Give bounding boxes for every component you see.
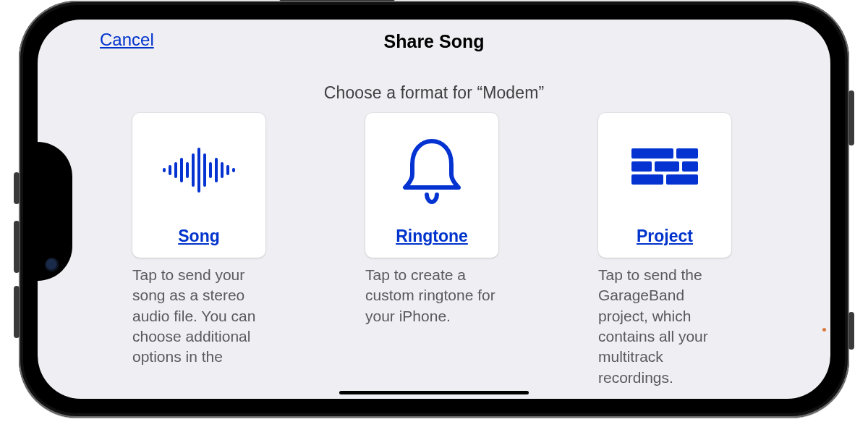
ringtone-label: Ringtone — [396, 227, 468, 246]
ringtone-card[interactable]: Ringtone — [365, 113, 498, 258]
volume-button — [14, 286, 20, 338]
project-label: Project — [637, 227, 693, 246]
waveform-icon — [156, 113, 242, 227]
project-card[interactable]: Project — [598, 113, 731, 258]
phone-frame: Cancel Share Song Choose a format for “M… — [19, 1, 849, 418]
svg-rect-19 — [666, 174, 698, 185]
device-mockup: Cancel Share Song Choose a format for “M… — [0, 0, 868, 435]
svg-rect-17 — [682, 161, 698, 172]
screen: Cancel Share Song Choose a format for “M… — [38, 20, 830, 399]
side-button — [848, 90, 854, 145]
svg-rect-18 — [631, 174, 663, 185]
song-label: Song — [178, 227, 220, 246]
option-project: Project Tap to send the GarageBand proje… — [598, 113, 736, 388]
subtitle: Choose a format for “Modem” — [38, 83, 830, 103]
volume-button — [14, 221, 20, 273]
format-options-row: Song Tap to send your song as a stereo a… — [38, 113, 830, 388]
cancel-button[interactable]: Cancel — [100, 30, 154, 50]
option-ringtone: Ringtone Tap to create a custom ringtone… — [365, 113, 503, 388]
project-description: Tap to send the GarageBand project, whic… — [598, 265, 736, 388]
top-button — [279, 0, 395, 1]
nav-bar: Cancel Share Song — [38, 20, 830, 63]
privacy-indicator-dot — [822, 328, 826, 331]
bell-icon — [392, 113, 472, 227]
camera-lens — [45, 258, 59, 272]
side-button — [848, 312, 854, 350]
svg-rect-15 — [631, 161, 652, 172]
notch — [38, 142, 72, 281]
song-card[interactable]: Song — [132, 113, 265, 258]
svg-rect-16 — [655, 161, 679, 172]
svg-rect-13 — [631, 148, 673, 159]
option-song: Song Tap to send your song as a stereo a… — [132, 113, 270, 388]
svg-rect-14 — [676, 148, 698, 159]
bricks-icon — [631, 113, 698, 227]
page-title: Share Song — [384, 31, 485, 52]
song-description: Tap to send your song as a stereo audio … — [132, 265, 270, 368]
home-indicator[interactable] — [339, 391, 529, 394]
ringtone-description: Tap to create a custom ringtone for your… — [365, 265, 503, 326]
mute-switch — [14, 172, 20, 204]
bezel: Cancel Share Song Choose a format for “M… — [23, 5, 845, 413]
